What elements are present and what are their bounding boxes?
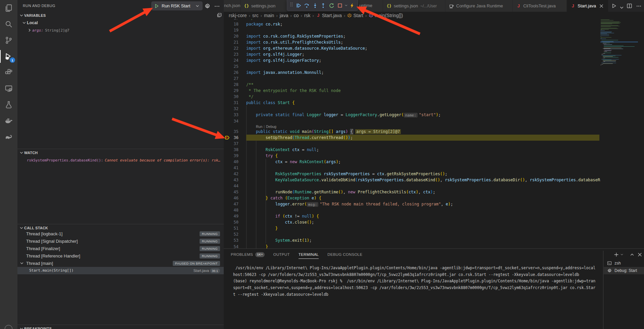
minimap-line — [604, 49, 623, 49]
panel-tab-problems[interactable]: PROBLEMS1K+ — [231, 249, 265, 261]
close-icon[interactable] — [599, 3, 604, 9]
activity-bar-item-gradle[interactable] — [0, 129, 17, 145]
call-stack-thread-row[interactable]: Thread [Reference Handler]RUNNING — [17, 252, 224, 260]
codelens-debug-link[interactable]: Debug — [266, 125, 276, 129]
chevron-up-maximize-panel-icon[interactable] — [629, 252, 635, 257]
twisty-down — [19, 326, 24, 329]
breadcrumb-item-start[interactable]: Start — [347, 13, 363, 18]
activity-bar-item-explorer[interactable] — [0, 0, 17, 16]
gear-icon[interactable] — [204, 3, 210, 9]
activity-bar-item-docker[interactable] — [0, 113, 17, 129]
code-line-text: ctx = new RskContext(args); — [246, 159, 341, 165]
chevron-right-icon: › — [276, 13, 277, 18]
split-editor-icon[interactable] — [627, 3, 632, 9]
terminal-sash[interactable] — [603, 251, 603, 329]
activity-bar-item-run-debug[interactable]: 1 — [0, 48, 17, 64]
minimap[interactable] — [600, 19, 639, 248]
activity-bar-item-extensions[interactable] — [0, 64, 17, 81]
java-file-icon: J — [316, 13, 321, 18]
run-and-debug-sidebar: RUN AND DEBUG Run RSK Start VARIABLESLoc… — [17, 0, 224, 329]
call-stack-thread-row[interactable]: Thread [logback-1]RUNNING — [17, 230, 224, 237]
code-line-20: 20import co.rsk.config.RskSystemProperti… — [224, 33, 644, 40]
editor-tab-configure-java-runtime[interactable]: Configure Java Runtime — [445, 0, 513, 12]
twisty-right — [27, 28, 32, 33]
thread-status-badge: PAUSED ON BREAKPOINT — [173, 261, 220, 266]
debug-config-picker[interactable]: Run RSK Start — [151, 1, 203, 10]
terminal-output[interactable]: /usr/bin/env /Library/Internet\ Plug-Ins… — [233, 265, 602, 298]
breadcrumb-item-main[interactable]: main — [264, 13, 274, 18]
twisty-down — [19, 261, 24, 266]
debug-restart-button[interactable] — [327, 1, 336, 10]
panel-tab-label: PROBLEMS — [231, 249, 253, 261]
plus-new-terminal-icon[interactable] — [613, 252, 619, 257]
inlay-hint: msg: — [307, 202, 319, 207]
panel-tab-debug-console[interactable]: DEBUG CONSOLE — [327, 249, 362, 261]
debug-step-over-button[interactable] — [303, 1, 311, 10]
code-line-text: runNode(Runtime.getRuntime(), new Prefli… — [246, 189, 435, 195]
panel-tab-output[interactable]: OUTPUT — [273, 249, 290, 261]
debug-start-icon[interactable] — [154, 3, 159, 9]
editor-tab-start-java[interactable]: JStart.java — [567, 0, 608, 12]
breadcrumb-item-src[interactable]: src — [252, 13, 259, 18]
variable-row[interactable]: args:String[2]@7 — [17, 27, 224, 34]
code-editor[interactable]: 17 */18package co.rsk;1920import co.rsk.… — [224, 19, 644, 248]
debug-toolbar — [287, 0, 358, 11]
breakpoints-section-header[interactable]: BREAKPOINTS — [17, 325, 224, 329]
breadcrumb-label: Start.java — [322, 13, 342, 18]
breadcrumb-item-java[interactable]: java — [280, 13, 288, 18]
breadcrumb-item-rskj-core[interactable]: rskj-core — [229, 13, 247, 18]
debug-step-into-button[interactable] — [311, 1, 319, 10]
collapse-all-icon[interactable] — [217, 12, 222, 18]
thread-status-badge: RUNNING — [200, 253, 220, 258]
debug-hot-code-replace-button[interactable] — [348, 1, 356, 10]
minimap-line — [604, 44, 612, 45]
editor-tab-nch-json[interactable]: nch.json — [224, 0, 240, 12]
scope-label: Local — [27, 20, 38, 25]
breadcrumb-item-rsk[interactable]: rsk — [304, 13, 311, 18]
call-stack-thread-row[interactable]: Thread [main]PAUSED ON BREAKPOINT — [17, 260, 224, 267]
chevron-down-icon — [619, 5, 625, 9]
accounts-icon[interactable] — [5, 325, 12, 329]
minimap-line — [601, 29, 609, 30]
play-dropdown-icon[interactable] — [611, 3, 617, 9]
breadcrumb-label: rsk — [304, 13, 311, 18]
debug-stop-button[interactable] — [336, 1, 344, 10]
panel-tab-terminal[interactable]: TERMINAL — [299, 249, 319, 261]
call-stack-thread-row[interactable]: Thread [Finalizer]RUNNING — [17, 245, 224, 252]
activity-bar-item-testing[interactable] — [0, 97, 17, 113]
debug-step-out-button[interactable] — [319, 1, 328, 10]
breadcrumb[interactable]: rskj-core›src›main›java›co›rsk›JStart.ja… — [224, 12, 644, 19]
breadcrumb-item-co[interactable]: co — [294, 13, 299, 18]
variables-section-header[interactable]: VARIABLES — [17, 12, 224, 19]
breadcrumb-label: Start — [353, 13, 363, 18]
call-stack-thread-row[interactable]: Thread [Signal Dispatcher]RUNNING — [17, 237, 224, 245]
stack-frame-row[interactable]: Start.main(String[])Start.java36:1 — [17, 267, 224, 274]
variables-scope-local[interactable]: Local — [17, 19, 224, 27]
chevron-down-terminal-dropdown-icon[interactable] — [620, 252, 624, 257]
terminal-list-item-debug-start[interactable]: Debug: Start — [604, 267, 644, 274]
ellipsis-icon[interactable] — [636, 3, 642, 9]
watch-expression-row[interactable]: rskSystemProperties.databaseKind():Canno… — [17, 156, 224, 164]
activity-bar-item-source-control[interactable] — [0, 32, 17, 48]
minimap-line — [603, 58, 605, 58]
close-close-panel-icon[interactable] — [637, 252, 643, 257]
code-line-43: 43 KeyValueDataSource.validateDbKind(rsk… — [224, 177, 644, 183]
breadcrumb-item-start-java[interactable]: JStart.java — [316, 13, 342, 18]
terminal-list-item-zsh[interactable]: zsh — [604, 260, 644, 267]
watch-section-header[interactable]: WATCH — [17, 149, 224, 156]
activity-bar-item-remote-explorer[interactable] — [0, 81, 17, 97]
chevron-down-icon[interactable] — [619, 5, 623, 9]
drag-grip-icon[interactable] — [289, 2, 294, 9]
breadcrumb-item-main-string-[interactable]: main(String[]) — [369, 13, 403, 18]
codelens-run-link[interactable]: Run — [256, 125, 262, 129]
debug-continue-button[interactable] — [294, 1, 303, 10]
code-line-text: } catch (Exception e) { — [246, 195, 321, 201]
activity-bar-item-search[interactable] — [0, 16, 17, 32]
ellipsis-icon[interactable] — [214, 3, 220, 9]
breadcrumb-label: java — [280, 13, 288, 18]
chevron-down-icon[interactable] — [344, 1, 348, 10]
line-number: 41 — [224, 165, 238, 171]
editor-tab-settings-json[interactable]: {}settings.json~/.../User — [383, 0, 445, 12]
ellipsis-icon — [636, 3, 642, 9]
editor-tab-clitoolstest-java[interactable]: JCliToolsTest.java — [513, 0, 567, 12]
